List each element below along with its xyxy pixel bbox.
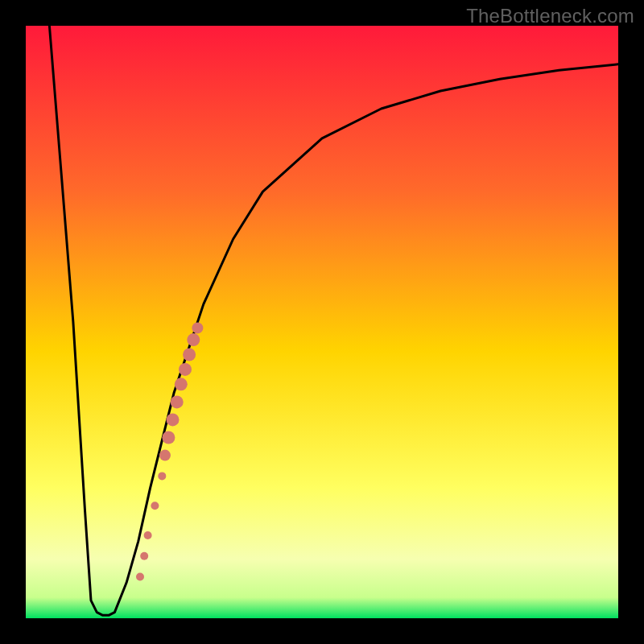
marker-point [158,472,166,480]
marker-point [167,413,180,426]
marker-point [159,450,171,461]
marker-point [140,552,148,560]
marker-group [136,322,203,580]
watermark-text: TheBottleneck.com [466,5,634,27]
marker-point [144,531,152,539]
plot-area [26,26,618,618]
marker-point [162,431,175,444]
marker-point [175,378,188,390]
marker-point [187,333,200,346]
marker-point [179,363,192,376]
marker-point [183,349,196,361]
curve-layer [26,26,618,618]
marker-point [171,395,184,408]
bottleneck-curve [49,26,618,615]
marker-point [192,322,203,333]
marker-point [151,502,159,510]
marker-point [136,573,144,581]
chart-frame: TheBottleneck.com [0,0,644,644]
